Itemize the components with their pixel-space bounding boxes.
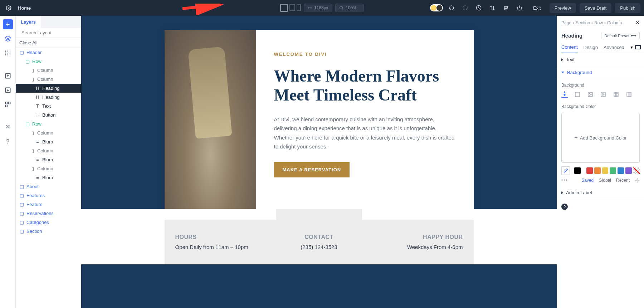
eyebrow-text[interactable]: WELCOME TO DIVI (274, 52, 456, 57)
svg-point-25 (589, 93, 590, 94)
tools-icon[interactable] (3, 122, 13, 132)
desktop-icon[interactable] (635, 45, 641, 49)
svg-line-5 (182, 5, 218, 9)
cta-button[interactable]: MAKE A RESERVATION (274, 162, 350, 177)
chevron-down-icon[interactable]: ▼ (630, 45, 634, 49)
zoom-field[interactable]: 100% (335, 4, 364, 12)
width-field[interactable]: 1188px (304, 4, 332, 12)
recent-link[interactable]: Recent (616, 178, 630, 183)
desktop-view-button[interactable] (280, 4, 288, 12)
hero-body[interactable]: At Divi, we blend contemporary cuisine w… (274, 115, 456, 151)
tree-column[interactable]: ▯Column (16, 146, 81, 155)
undo-icon[interactable] (447, 3, 457, 13)
help-icon[interactable]: ? (3, 137, 13, 147)
close-all-button[interactable]: Close All (16, 38, 81, 48)
power-icon[interactable] (514, 3, 525, 13)
swatch-red[interactable] (586, 167, 593, 174)
tree-blurb[interactable]: ≡Blurb (16, 137, 81, 146)
swatch-green[interactable] (610, 167, 616, 174)
export-icon[interactable] (3, 71, 13, 81)
bg-mask-tab[interactable] (626, 91, 632, 98)
bg-color-label: Background Color (561, 104, 640, 109)
add-button[interactable] (3, 19, 13, 29)
more-swatches[interactable]: ••• (561, 178, 568, 183)
bc-row[interactable]: Row (594, 20, 603, 25)
redo-icon[interactable] (460, 3, 470, 13)
bg-gradient-tab[interactable] (574, 91, 581, 98)
settings-icon[interactable] (3, 48, 13, 58)
color-picker-icon[interactable] (561, 166, 570, 175)
add-bg-color-button[interactable]: + Add Background Color (561, 113, 640, 163)
tree-column[interactable]: ▯Column (16, 128, 81, 137)
tree-row[interactable]: ▢Row (16, 57, 81, 66)
tab-design[interactable]: Design (584, 42, 598, 53)
search-input[interactable] (21, 30, 81, 35)
help-badge[interactable]: ? (561, 204, 568, 210)
text-section-toggle[interactable]: Text (557, 53, 644, 66)
global-link[interactable]: Global (599, 178, 611, 183)
layers-icon[interactable] (3, 34, 13, 44)
bg-pattern-tab[interactable] (613, 91, 619, 98)
bc-page[interactable]: Page (561, 20, 571, 25)
tree-section-header[interactable]: ▢Header (16, 48, 81, 57)
trash-icon[interactable] (501, 3, 511, 13)
tree-section-feature[interactable]: ▢Feature (16, 200, 81, 209)
tree-column[interactable]: ▯Column (16, 66, 81, 75)
swatch-orange[interactable] (594, 167, 601, 174)
tree-section-about[interactable]: ▢About (16, 182, 81, 191)
tab-advanced[interactable]: Advanced (604, 42, 624, 53)
bc-section[interactable]: Section (576, 20, 590, 25)
contact-label: CONTACT (271, 234, 367, 240)
tree-section-categories[interactable]: ▢Categories (16, 218, 81, 227)
tree-text[interactable]: TText (16, 102, 81, 111)
preset-button[interactable]: Default Preset ⟷ (601, 32, 640, 39)
tab-content[interactable]: Content (561, 41, 578, 53)
exit-button[interactable]: Exit (528, 3, 546, 13)
sort-icon[interactable] (487, 3, 497, 13)
history-icon[interactable] (474, 3, 484, 13)
layers-tab[interactable]: Layers (16, 16, 41, 28)
tree-column[interactable]: ▯Column (16, 75, 81, 84)
gear-icon[interactable] (4, 3, 14, 13)
bg-video-tab[interactable] (600, 91, 606, 98)
svg-rect-19 (5, 105, 7, 107)
tree-column[interactable]: ▯Column (16, 164, 81, 173)
tree-blurb[interactable]: ≡Blurb (16, 155, 81, 164)
swatch-black[interactable] (574, 167, 581, 174)
swatch-purple[interactable] (625, 167, 632, 174)
library-icon[interactable] (3, 99, 13, 109)
swatch-gear-icon[interactable] (635, 178, 640, 183)
tablet-view-button[interactable] (289, 4, 295, 11)
background-section-toggle[interactable]: Background (557, 66, 644, 79)
close-icon[interactable]: × (635, 19, 640, 27)
home-label[interactable]: Home (18, 5, 31, 11)
bg-image-tab[interactable] (587, 91, 594, 98)
mobile-view-button[interactable] (297, 4, 301, 11)
tree-heading[interactable]: HHeading (16, 93, 81, 102)
tree-blurb[interactable]: ≡Blurb (16, 173, 81, 182)
tree-button[interactable]: ⬚Button (16, 111, 81, 119)
tree-section-section[interactable]: ▢Section (16, 227, 81, 236)
tree-section-reservations[interactable]: ▢Reservations (16, 209, 81, 218)
bg-color-tab[interactable] (561, 91, 568, 98)
save-draft-button[interactable]: Save Draft (580, 3, 611, 13)
preview-button[interactable]: Preview (550, 3, 576, 13)
swatch-yellow[interactable] (602, 167, 609, 174)
theme-toggle[interactable] (430, 4, 443, 11)
swatch-blue[interactable] (618, 167, 624, 174)
svg-point-0 (8, 7, 9, 9)
saved-link[interactable]: Saved (581, 178, 594, 183)
tree-section-features[interactable]: ▢Features (16, 191, 81, 200)
hero-title[interactable]: Where Modern Flavors Meet Timeless Craft (274, 67, 456, 105)
width-value: 1188px (314, 5, 328, 10)
svg-rect-17 (5, 102, 7, 104)
admin-label-toggle[interactable]: Admin Label (557, 186, 644, 199)
tree-heading-active[interactable]: HHeading (16, 84, 81, 93)
hours-value: Open Daily from 11am – 10pm (175, 244, 271, 250)
swatch-transparent[interactable] (633, 167, 640, 174)
import-icon[interactable] (3, 85, 13, 95)
tree-row[interactable]: ▢Row (16, 119, 81, 128)
publish-button[interactable]: Publish (615, 3, 640, 13)
background-label: Background (561, 83, 640, 88)
bc-column[interactable]: Column (607, 20, 622, 25)
